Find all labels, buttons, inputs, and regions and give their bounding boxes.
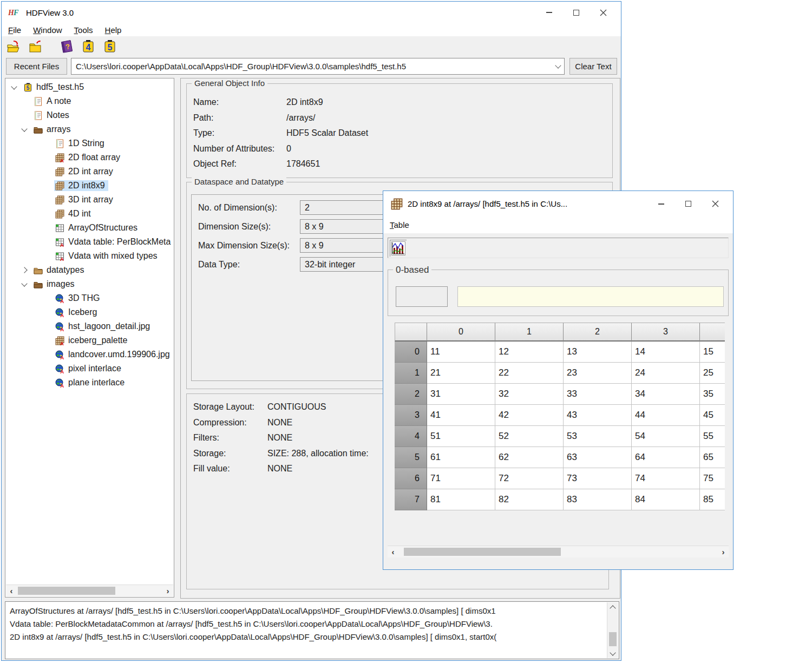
cell-5-1[interactable]: 62 xyxy=(495,447,564,468)
hdf5-button[interactable]: 5 xyxy=(102,39,117,54)
close-button[interactable] xyxy=(702,191,729,216)
scroll-left-icon[interactable]: ‹ xyxy=(6,585,17,596)
tree-horizontal-scrollbar[interactable]: ‹ › xyxy=(6,585,173,596)
cell-0-0[interactable]: 11 xyxy=(427,342,495,363)
column-header-0[interactable]: 0 xyxy=(427,323,495,342)
cell-3-4[interactable]: 45 xyxy=(700,405,725,426)
cell-3-3[interactable]: 44 xyxy=(632,405,700,426)
cell-1-3[interactable]: 24 xyxy=(632,363,700,384)
cell-7-4[interactable]: 85 xyxy=(700,489,725,510)
cell-6-4[interactable]: 75 xyxy=(700,468,725,489)
row-header-1[interactable]: 1 xyxy=(395,363,427,384)
cell-4-0[interactable]: 51 xyxy=(427,426,495,447)
column-header-1[interactable]: 1 xyxy=(495,323,564,342)
tree-item-a-note[interactable]: A note xyxy=(5,94,174,108)
tree-item-2d-int-array[interactable]: 2D int array xyxy=(5,165,174,179)
combo-chevron-icon[interactable] xyxy=(552,58,564,74)
menu-table[interactable]: Table xyxy=(390,220,409,229)
cell-0-4[interactable]: 15 xyxy=(700,342,725,363)
cell-2-0[interactable]: 31 xyxy=(427,384,495,405)
cell-6-0[interactable]: 71 xyxy=(427,468,495,489)
tree-item-2d-float-array[interactable]: A 2D float array xyxy=(5,150,174,165)
table-scroll-thumb[interactable] xyxy=(404,548,561,556)
cell-reference-field[interactable] xyxy=(396,286,448,307)
row-header-7[interactable]: 7 xyxy=(395,489,427,510)
tree-scroll-thumb[interactable] xyxy=(18,587,115,595)
cell-2-3[interactable]: 34 xyxy=(632,384,700,405)
cell-5-4[interactable]: 65 xyxy=(700,447,725,468)
menu-help[interactable]: Help xyxy=(105,25,122,35)
expanded-chevron-icon[interactable] xyxy=(21,126,27,132)
scroll-left-icon[interactable]: ‹ xyxy=(388,546,398,557)
cell-value-field[interactable] xyxy=(457,286,724,307)
main-titlebar[interactable]: HF HDFView 3.0 xyxy=(2,2,621,23)
scroll-down-icon[interactable] xyxy=(607,648,618,658)
line-plot-button[interactable] xyxy=(390,240,407,257)
tree-item-datatypes[interactable]: datatypes xyxy=(5,263,174,277)
log-scroll-thumb[interactable] xyxy=(609,632,617,646)
close-file-button[interactable] xyxy=(28,39,43,54)
column-header-3[interactable]: 3 xyxy=(632,323,700,342)
maximize-button[interactable] xyxy=(675,191,702,216)
cell-7-3[interactable]: 84 xyxy=(632,489,700,510)
recent-files-button[interactable]: Recent Files xyxy=(6,58,67,75)
table-horizontal-scrollbar[interactable]: ‹ › xyxy=(388,546,729,557)
log-vertical-scrollbar[interactable] xyxy=(607,602,618,658)
minimize-button[interactable] xyxy=(535,2,562,23)
tree-item-arrays[interactable]: arrays xyxy=(5,122,174,136)
tree-item-iceberg[interactable]: A Iceberg xyxy=(5,305,174,319)
tree-item-3d-thg[interactable]: A 3D THG xyxy=(5,291,174,305)
cell-2-4[interactable]: 35 xyxy=(700,384,725,405)
tree-item-4d-int[interactable]: 4D int xyxy=(5,207,174,221)
row-header-5[interactable]: 5 xyxy=(395,447,427,468)
tree-item-iceberg-palette[interactable]: A iceberg_palette xyxy=(5,333,174,347)
cell-7-0[interactable]: 81 xyxy=(427,489,495,510)
close-button[interactable] xyxy=(590,2,617,23)
cell-3-0[interactable]: 41 xyxy=(427,405,495,426)
tree-item-pixel-interlace[interactable]: A pixel interlace xyxy=(5,362,174,376)
tree-item-2d-int8x9[interactable]: 2D int8x9 xyxy=(5,179,174,193)
cell-0-1[interactable]: 12 xyxy=(495,342,564,363)
row-header-2[interactable]: 2 xyxy=(395,384,427,405)
cell-1-0[interactable]: 21 xyxy=(427,363,495,384)
cell-6-2[interactable]: 73 xyxy=(564,468,632,489)
tree-item-images[interactable]: images xyxy=(5,277,174,291)
tree-item-1d-string[interactable]: 1D String xyxy=(5,136,174,150)
expanded-chevron-icon[interactable] xyxy=(11,83,17,89)
cell-2-1[interactable]: 32 xyxy=(495,384,564,405)
tree-item-hst-lagoon-detail-jpg[interactable]: A hst_lagoon_detail.jpg xyxy=(5,319,174,333)
cell-5-3[interactable]: 64 xyxy=(632,447,700,468)
cell-2-2[interactable]: 33 xyxy=(564,384,632,405)
status-log[interactable]: ArrayOfStructures at /arrays/ [hdf5_test… xyxy=(5,601,619,659)
menu-window[interactable]: Window xyxy=(33,25,62,35)
file-path-combobox[interactable]: C:\Users\lori.cooper\AppData\Local\Apps\… xyxy=(71,58,565,75)
cell-6-3[interactable]: 74 xyxy=(632,468,700,489)
cell-4-4[interactable]: 55 xyxy=(700,426,725,447)
row-header-6[interactable]: 6 xyxy=(395,468,427,489)
expanded-chevron-icon[interactable] xyxy=(21,280,27,286)
dataset-titlebar[interactable]: 2D int8x9 at /arrays/ [hdf5_test.h5 in C… xyxy=(383,191,733,216)
cell-0-3[interactable]: 14 xyxy=(632,342,700,363)
tree-item-3d-int-array[interactable]: 3D int array xyxy=(5,193,174,207)
column-header-4[interactable]: 4 xyxy=(700,323,725,342)
row-header-0[interactable]: 0 xyxy=(395,342,427,363)
cell-1-1[interactable]: 22 xyxy=(495,363,564,384)
minimize-button[interactable] xyxy=(647,191,675,216)
collapsed-chevron-icon[interactable] xyxy=(21,267,27,273)
clear-text-button[interactable]: Clear Text xyxy=(569,58,617,75)
row-header-3[interactable]: 3 xyxy=(395,405,427,426)
tree-item-hdf5-test-h5[interactable]: 5 hdf5_test.h5 xyxy=(5,80,174,94)
table-corner-cell[interactable] xyxy=(395,323,427,342)
cell-0-2[interactable]: 13 xyxy=(564,342,632,363)
cell-5-2[interactable]: 63 xyxy=(564,447,632,468)
help-book-button[interactable]: ? xyxy=(59,39,74,54)
column-header-2[interactable]: 2 xyxy=(564,323,632,342)
menu-file[interactable]: File xyxy=(8,25,21,35)
cell-7-1[interactable]: 82 xyxy=(495,489,564,510)
cell-3-2[interactable]: 43 xyxy=(564,405,632,426)
cell-4-3[interactable]: 54 xyxy=(632,426,700,447)
cell-3-1[interactable]: 42 xyxy=(495,405,564,426)
cell-4-2[interactable]: 53 xyxy=(564,426,632,447)
cell-5-0[interactable]: 61 xyxy=(427,447,495,468)
maximize-button[interactable] xyxy=(562,2,590,23)
